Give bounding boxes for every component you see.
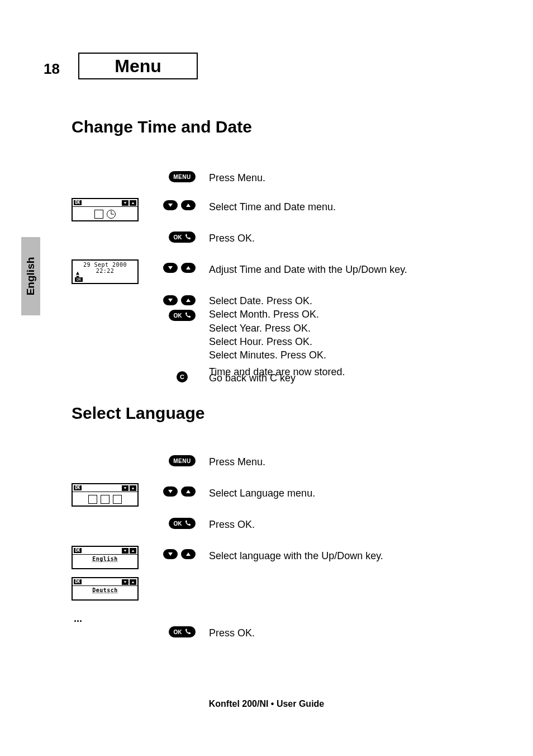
svg-marker-16 [124, 581, 127, 583]
up-down-button-icon [163, 486, 196, 497]
lcd-clock-icon [107, 210, 116, 219]
step-text: Select Year. Press OK. [209, 322, 488, 335]
lcd-language-english: OK English [72, 546, 139, 569]
ok-label: OK [174, 234, 182, 240]
lcd-time-date-menu: OK [72, 198, 139, 221]
page-title-box: Menu [78, 53, 198, 79]
up-down-button-icon [163, 295, 196, 305]
lcd-date-display: 29 Sept 2000 22:22 ▲▼ OK [72, 259, 139, 284]
ok-label: OK [174, 629, 182, 635]
svg-marker-8 [124, 487, 127, 489]
svg-marker-1 [132, 202, 135, 204]
lcd-language-deutsch: OK Deutsch [72, 577, 139, 601]
page-title: Menu [115, 56, 161, 77]
svg-marker-0 [124, 202, 127, 204]
page-number: 18 [44, 60, 60, 78]
up-down-button-icon [163, 200, 196, 210]
step-text: Select Month. Press OK. [209, 308, 488, 321]
ok-button-icon: OK [169, 626, 196, 637]
lcd-nav-arrows-icon [122, 579, 136, 585]
svg-marker-13 [132, 550, 135, 552]
svg-marker-4 [168, 266, 173, 270]
step-text: Press OK. [209, 518, 488, 531]
lcd-flag-icon [101, 495, 110, 504]
svg-marker-9 [132, 487, 135, 489]
step-text: Go back with C key [209, 371, 488, 385]
step-text: Press OK. [209, 231, 488, 245]
lcd-date-text: 29 Sept 2000 22:22 [73, 261, 137, 275]
svg-marker-10 [168, 490, 173, 493]
lcd-ok-label: OK [74, 579, 82, 584]
step-text-block: Select Date. Press OK. Select Month. Pre… [209, 294, 488, 379]
lcd-nav-arrows-icon [122, 200, 136, 206]
step-text: Press Menu. [209, 171, 488, 185]
lcd-flag-icon [88, 495, 97, 504]
menu-button-icon: MENU [169, 455, 196, 466]
step-text: Select Time and Date menu. [209, 200, 488, 214]
lcd-calendar-icon [94, 210, 103, 219]
step-text: Adjust Time and Date with the Up/Down ke… [209, 263, 488, 276]
step-text: Select Date. Press OK. [209, 294, 488, 308]
lcd-language-text: Deutsch [73, 586, 137, 594]
ok-button-icon: OK [169, 231, 196, 243]
lcd-language-text: English [73, 555, 137, 563]
step-text: Press OK. [209, 626, 488, 640]
ellipsis: ... [74, 613, 82, 625]
ok-label: OK [174, 521, 182, 527]
phone-icon [184, 520, 191, 527]
lcd-ok-label: OK [74, 548, 82, 553]
svg-marker-2 [168, 204, 173, 207]
step-text: Press Menu. [209, 455, 488, 469]
heading-change-time: Change Time and Date [72, 117, 252, 136]
phone-icon [184, 629, 191, 635]
language-tab-label: English [25, 257, 37, 296]
step-text: Select Minutes. Press OK. [209, 348, 488, 362]
lcd-ok-label: OK [75, 277, 83, 282]
lcd-ok-label: OK [74, 200, 82, 205]
ok-button-icon: OK [169, 310, 196, 321]
svg-marker-3 [186, 204, 191, 207]
ok-button-icon: OK [169, 518, 196, 529]
svg-marker-7 [186, 299, 191, 302]
phone-icon [184, 312, 191, 319]
svg-marker-6 [168, 299, 173, 302]
language-tab: English [21, 237, 40, 315]
lcd-nav-arrows-icon [122, 548, 136, 554]
svg-marker-12 [124, 550, 127, 552]
footer-text: Konftel 200/NI • User Guide [0, 699, 533, 709]
svg-marker-5 [186, 266, 191, 270]
step-text: Select language with the Up/Down key. [209, 549, 488, 563]
lcd-nav-arrows-icon [122, 485, 136, 491]
phone-icon [184, 234, 191, 240]
up-down-button-icon [163, 263, 196, 273]
menu-button-icon: MENU [169, 171, 196, 182]
svg-marker-11 [186, 490, 191, 493]
svg-marker-14 [168, 552, 173, 556]
svg-marker-15 [186, 552, 191, 556]
ok-label: OK [174, 313, 182, 319]
step-text: Select Language menu. [209, 486, 488, 500]
heading-select-language: Select Language [72, 404, 204, 423]
up-down-button-icon [163, 549, 196, 559]
svg-marker-17 [132, 581, 135, 583]
lcd-flag-icon [113, 495, 122, 504]
c-button-icon: C [177, 371, 188, 382]
lcd-ok-label: OK [74, 485, 82, 490]
step-text: Select Hour. Press OK. [209, 335, 488, 348]
lcd-language-menu: OK [72, 483, 139, 507]
